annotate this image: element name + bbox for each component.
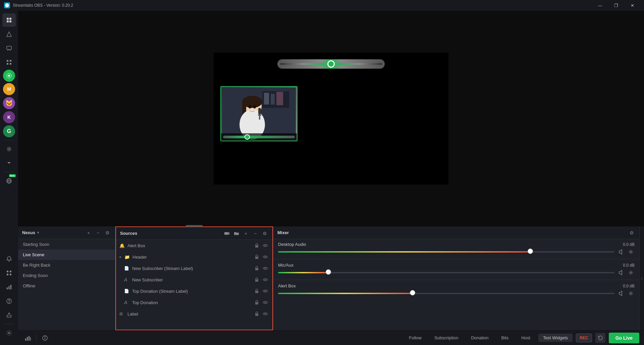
desktop-slider-thumb[interactable] — [528, 249, 533, 254]
sidebar-item-avatar-k[interactable]: K — [2, 111, 16, 124]
stats-bar-icon[interactable] — [23, 333, 33, 343]
scene-item-offline[interactable]: Offline — [18, 281, 115, 291]
svg-rect-48 — [255, 279, 258, 282]
mic-slider[interactable] — [278, 271, 614, 274]
scene-item-starting-soon[interactable]: Starting Soon — [18, 239, 115, 250]
mixer-desktop-track — [278, 248, 635, 256]
text-icon-1: A — [124, 277, 129, 282]
mic-settings-button[interactable] — [627, 269, 635, 276]
rec-button[interactable]: REC — [576, 334, 592, 342]
header-expand-icon[interactable]: ▾ — [119, 255, 121, 259]
sidebar-item-share[interactable] — [2, 308, 16, 322]
svg-point-12 — [8, 75, 10, 77]
minimize-button[interactable]: — — [592, 0, 608, 11]
source-item-top-donation-sl[interactable]: 📄 Top Donation (Stream Label) — [116, 285, 272, 297]
sidebar-item-themes[interactable] — [2, 27, 16, 41]
source-item-header[interactable]: ▾ 📁 Header — [116, 251, 272, 263]
scene-item-ending-soon[interactable]: Ending Soon — [18, 270, 115, 281]
source-eye-top-don[interactable] — [262, 299, 269, 306]
svg-rect-29 — [264, 93, 269, 105]
alert-tab-donation[interactable]: Donation — [466, 334, 493, 342]
alert-settings-button[interactable] — [627, 290, 635, 297]
sidebar-item-grid[interactable] — [2, 266, 16, 280]
source-lock-new-sub-sl[interactable] — [253, 265, 260, 272]
status-bar-left — [23, 333, 50, 343]
source-lock-header[interactable] — [253, 253, 260, 261]
alert-slider[interactable] — [278, 292, 614, 295]
scenes-dropdown-icon[interactable]: ▾ — [37, 231, 39, 234]
source-eye-alert-box[interactable] — [262, 242, 269, 249]
source-lock-new-sub[interactable] — [253, 276, 260, 283]
desktop-settings-button[interactable] — [627, 248, 635, 256]
alert-tab-bits[interactable]: Bits — [496, 334, 513, 342]
source-item-new-sub-stream-label[interactable]: 📄 New Subscriber (Stream Label) — [116, 263, 272, 274]
desktop-mute-button[interactable] — [617, 248, 625, 256]
sidebar-item-chat[interactable] — [2, 42, 16, 55]
status-divider-1 — [36, 335, 37, 341]
sidebar-item-notifications[interactable] — [2, 252, 16, 266]
sidebar-item-extras[interactable] — [2, 142, 16, 156]
svg-rect-42 — [255, 245, 258, 248]
alert-tab-host[interactable]: Host — [517, 334, 535, 342]
sidebar-item-avatar-g[interactable]: G — [2, 125, 16, 138]
content-area: Nexus ▾ + − ⚙ Starting Soon Live Scene — [18, 11, 644, 345]
sidebar-item-settings[interactable] — [2, 326, 16, 340]
mixer-panel-header: Mixer ⚙ — [273, 226, 639, 239]
go-live-button[interactable]: Go Live — [609, 333, 639, 343]
scene-item-live[interactable]: Live Scene — [18, 250, 115, 260]
mic-mute-button[interactable] — [617, 269, 625, 276]
mic-slider-thumb[interactable] — [326, 269, 331, 275]
scene-settings-button[interactable]: ⚙ — [104, 229, 111, 236]
source-eye-label[interactable] — [262, 310, 269, 318]
sidebar-item-music[interactable] — [3, 70, 15, 82]
sidebar-item-globe[interactable]: New — [2, 174, 16, 188]
sources-drag-handle[interactable] — [186, 225, 203, 227]
svg-point-55 — [265, 313, 266, 315]
maximize-button[interactable]: ❐ — [608, 0, 624, 11]
add-scene-button[interactable]: + — [85, 229, 92, 236]
alert-tab-subscription[interactable]: Subscription — [430, 334, 463, 342]
sources-folder-button[interactable] — [233, 230, 240, 237]
sidebar-item-widgets[interactable] — [2, 56, 16, 69]
source-item-new-subscriber[interactable]: A New Subscriber — [116, 274, 272, 285]
source-eye-new-sub[interactable] — [262, 276, 269, 283]
mixer-settings-button[interactable]: ⚙ — [628, 229, 635, 236]
alert-mute-button[interactable] — [617, 290, 625, 297]
add-source-button[interactable]: + — [242, 230, 250, 237]
remove-scene-button[interactable]: − — [94, 229, 102, 236]
svg-point-45 — [265, 256, 266, 258]
svg-rect-20 — [10, 274, 11, 275]
scene-item-brb[interactable]: Be Right Back — [18, 260, 115, 270]
window-controls[interactable]: — ❐ ✕ — [592, 0, 640, 11]
alert-slider-thumb[interactable] — [410, 290, 415, 295]
test-widgets-button[interactable]: Test Widgets — [538, 334, 573, 342]
sidebar-item-home[interactable] — [2, 13, 16, 27]
source-item-top-donation[interactable]: A Top Donation — [116, 297, 272, 308]
source-item-label[interactable]: ⊞ Label — [116, 308, 272, 320]
source-item-alert-box[interactable]: 🔔 Alert Box — [116, 240, 272, 251]
sidebar-item-help[interactable] — [2, 294, 16, 308]
right-panel-toggle[interactable]: › — [639, 226, 644, 330]
mixer-alert-header: Alert Box 0.0 dB — [278, 283, 635, 288]
source-lock-label[interactable] — [253, 310, 260, 318]
desktop-slider[interactable] — [278, 251, 614, 253]
close-button[interactable]: ✕ — [625, 0, 640, 11]
info-bar-icon[interactable] — [40, 333, 50, 343]
source-lock-alert-box[interactable] — [253, 242, 260, 249]
sidebar-item-chevron[interactable] — [2, 156, 16, 170]
reset-button[interactable] — [595, 333, 605, 343]
sources-panel-title: Sources — [120, 231, 137, 236]
source-eye-top-don-sl[interactable] — [262, 287, 269, 295]
sidebar-item-avatar-m[interactable]: M — [2, 82, 16, 96]
source-lock-top-don-sl[interactable] — [253, 287, 260, 295]
alert-tab-follow[interactable]: Follow — [404, 334, 426, 342]
source-eye-header[interactable] — [262, 253, 269, 261]
source-eye-new-sub-sl[interactable] — [262, 265, 269, 272]
sources-settings-button[interactable]: ⚙ — [261, 230, 268, 237]
sidebar-item-stats[interactable] — [2, 280, 16, 294]
sidebar-item-avatar-cat[interactable]: 🐱 — [2, 96, 16, 110]
source-lock-top-don[interactable] — [253, 299, 260, 306]
remove-source-button[interactable]: − — [252, 230, 259, 237]
svg-point-57 — [630, 272, 632, 273]
sources-camera-button[interactable] — [223, 230, 231, 237]
